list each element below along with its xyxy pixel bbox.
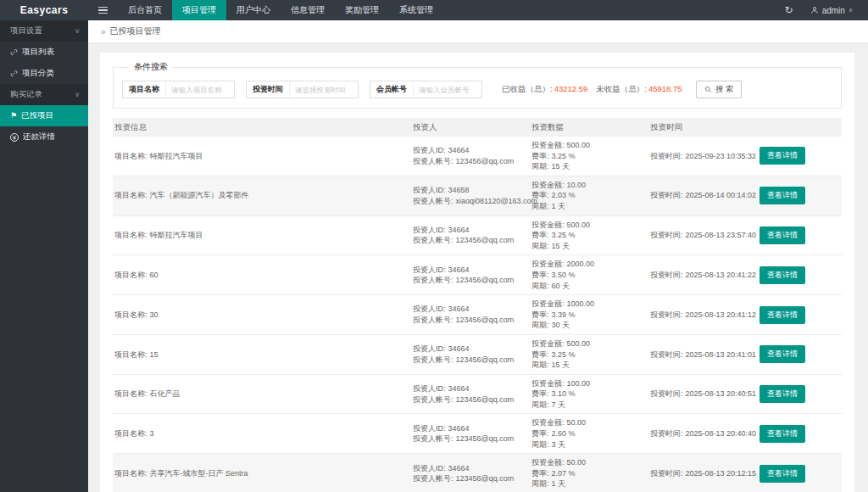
view-detail-button[interactable]: 查看详情 — [760, 266, 805, 284]
cell-investor: 投资人ID:34664 投资人帐号:123456@qq.com — [411, 261, 530, 289]
cell-invest-time: 投资时间:2025-08-13 20:40:40 — [648, 425, 760, 443]
nav-item-system[interactable]: 系统管理 — [389, 0, 443, 20]
cell-project-name: 项目名称:特斯拉汽车项目 — [113, 148, 411, 165]
member-account-label: 会员帐号 — [370, 81, 414, 98]
cell-invest-data: 投资金额:50.00 费率:2.07 % 周期:1 天 — [530, 454, 648, 492]
table-row: 项目名称:60 投资人ID:34664 投资人帐号:123456@qq.com … — [113, 255, 842, 295]
breadcrumb-current: 已投项目管理 — [110, 25, 161, 37]
sidebar: 项目设置 ∨ 项目列表 项目分类 购买记录 ∨ ⚑ 已投项目 ¥ 还款详情 — [0, 20, 88, 492]
view-detail-button[interactable]: 查看详情 — [760, 465, 805, 483]
col-invest-info: 投资信息 — [113, 122, 411, 133]
cell-invest-data: 投资金额:10.00 费率:2.03 % 周期:1 天 — [530, 176, 648, 215]
earned-total: 已收益（总）:43212.59 — [502, 84, 587, 95]
member-account-input[interactable] — [414, 81, 481, 98]
sidebar-item-invested-projects[interactable]: ⚑ 已投项目 — [0, 105, 88, 126]
cell-invest-data: 投资金额:2000.00 费率:3.50 % 周期:60 天 — [530, 255, 648, 294]
chevron-down-icon: ∨ — [75, 27, 80, 35]
table-row: 项目名称:共享汽车-城市型-日产 Sentra 投资人ID:34664 投资人帐… — [113, 454, 842, 492]
cell-invest-data: 投资金额:100.00 费率:3.10 % 周期:7 天 — [530, 375, 648, 414]
table-row: 项目名称:30 投资人ID:34664 投资人帐号:123456@qq.com … — [113, 295, 842, 335]
member-account-field-group: 会员帐号 — [370, 81, 482, 98]
col-investor: 投资人 — [411, 122, 530, 133]
search-panel: 条件搜索 项目名称 投资时间 会员帐号 已收益（总）:43212.59 — [113, 61, 842, 109]
unearned-total: 未收益（总）:45918.75 — [596, 84, 682, 95]
cell-investor: 投资人ID:34664 投资人帐号:123456@qq.com — [411, 340, 530, 368]
cell-investor: 投资人ID:34664 投资人帐号:123456@qq.com — [411, 142, 530, 170]
cell-project-name: 项目名称:共享汽车-城市型-日产 Sentra — [113, 465, 411, 483]
sidebar-group-project-settings[interactable]: 项目设置 ∨ — [0, 20, 88, 42]
unearned-total-value: 45918.75 — [648, 84, 682, 93]
nav-item-projects[interactable]: 项目管理 — [172, 0, 226, 20]
nav-item-rewards[interactable]: 奖励管理 — [335, 0, 389, 20]
table-row: 项目名称:特斯拉汽车项目 投资人ID:34664 投资人帐号:123456@qq… — [113, 216, 842, 256]
project-name-field-group: 项目名称 — [122, 81, 235, 98]
link-icon — [10, 70, 18, 77]
cell-invest-time: 投资时间:2025-08-13 20:41:01 — [648, 346, 760, 364]
user-menu[interactable]: admin ∧ — [810, 6, 853, 15]
main-content: 条件搜索 项目名称 投资时间 会员帐号 已收益（总）:43212.59 — [88, 44, 868, 492]
rmb-icon: ¥ — [10, 133, 19, 142]
cell-invest-time: 投资时间:2025-08-13 20:41:22 — [648, 266, 760, 284]
cell-invest-data: 投资金额:50.00 费率:2.60 % 周期:3 天 — [530, 414, 648, 453]
cell-investor: 投资人ID:34664 投资人帐号:123456@qq.com — [411, 420, 530, 448]
cell-project-name: 项目名称:特斯拉汽车项目 — [113, 226, 411, 244]
person-icon — [810, 6, 819, 14]
table-row: 项目名称:汽车（新能源汽车）及零部件 投资人ID:34658 投资人帐号:xia… — [113, 176, 842, 216]
cell-project-name: 项目名称:30 — [113, 306, 411, 324]
view-detail-button[interactable]: 查看详情 — [760, 345, 805, 363]
sidebar-item-project-list[interactable]: 项目列表 — [0, 42, 88, 63]
search-button[interactable]: 搜 索 — [696, 81, 743, 98]
cell-project-name: 项目名称:3 — [113, 425, 411, 443]
username: admin — [822, 6, 845, 15]
sidebar-item-repayment-details[interactable]: ¥ 还款详情 — [0, 126, 88, 148]
nav-item-dashboard[interactable]: 后台首页 — [118, 0, 172, 20]
view-detail-button[interactable]: 查看详情 — [760, 187, 805, 204]
invest-time-label: 投资时间 — [247, 81, 290, 98]
cell-investor: 投资人ID:34658 投资人帐号:xiaoqi081120@163.com — [411, 182, 530, 210]
earned-total-value: 43212.59 — [554, 84, 588, 93]
brand-logo: Easycars — [0, 0, 88, 20]
cell-invest-data: 投资金额:500.00 费率:3.25 % 周期:15 天 — [530, 335, 648, 374]
cell-invest-time: 投资时间:2025-08-13 20:40:51 — [648, 385, 760, 403]
cell-project-name: 项目名称:15 — [113, 346, 411, 364]
table-row: 项目名称:特斯拉汽车项目 投资人ID:34664 投资人帐号:123456@qq… — [113, 137, 842, 176]
view-detail-button[interactable]: 查看详情 — [760, 147, 805, 165]
hamburger-menu-icon[interactable] — [88, 0, 118, 20]
view-detail-button[interactable]: 查看详情 — [760, 425, 805, 443]
table-row: 项目名称:3 投资人ID:34664 投资人帐号:123456@qq.com 投… — [113, 414, 842, 454]
breadcrumb-separator: » — [101, 27, 106, 36]
sidebar-item-project-category[interactable]: 项目分类 — [0, 63, 88, 84]
search-panel-title: 条件搜索 — [129, 61, 173, 73]
cell-investor: 投资人ID:34664 投资人帐号:123456@qq.com — [411, 300, 530, 328]
cell-project-name: 项目名称:石化产品 — [113, 385, 411, 403]
sidebar-group-purchase-records[interactable]: 购买记录 ∨ — [0, 84, 88, 105]
cell-project-name: 项目名称:汽车（新能源汽车）及零部件 — [113, 187, 411, 204]
table-row: 项目名称:15 投资人ID:34664 投资人帐号:123456@qq.com … — [113, 335, 842, 375]
cell-invest-data: 投资金额:1000.00 费率:3.39 % 周期:30 天 — [530, 295, 648, 334]
refresh-icon[interactable]: ↻ — [785, 5, 793, 15]
cell-invest-time: 投资时间:2025-08-13 20:12:15 — [648, 465, 760, 483]
view-detail-button[interactable]: 查看详情 — [760, 385, 805, 403]
project-name-label: 项目名称 — [123, 81, 166, 98]
invest-time-field-group: 投资时间 — [246, 81, 359, 98]
search-icon — [704, 86, 712, 93]
cell-invest-time: 投资时间:2025-08-13 23:57:40 — [648, 226, 760, 244]
invest-time-input[interactable] — [290, 81, 358, 98]
project-name-input[interactable] — [166, 81, 234, 98]
cell-investor: 投资人ID:34664 投资人帐号:123456@qq.com — [411, 380, 530, 408]
nav-item-info[interactable]: 信息管理 — [281, 0, 335, 20]
nav-item-users[interactable]: 用户中心 — [226, 0, 281, 20]
cell-investor: 投资人ID:34664 投资人帐号:123456@qq.com — [411, 460, 530, 488]
view-detail-button[interactable]: 查看详情 — [760, 306, 805, 324]
topbar-right: ↻ admin ∧ — [785, 0, 868, 20]
view-detail-button[interactable]: 查看详情 — [760, 226, 805, 244]
top-bar: Easycars 后台首页 项目管理 用户中心 信息管理 奖励管理 系统管理 ↻… — [0, 0, 868, 20]
link-icon — [10, 48, 18, 56]
chevron-down-icon: ∨ — [75, 91, 80, 98]
content-card: 条件搜索 项目名称 投资时间 会员帐号 已收益（总）:43212.59 — [100, 53, 854, 492]
cell-invest-data: 投资金额:500.00 费率:3.25 % 周期:15 天 — [530, 137, 648, 176]
table-body: 项目名称:特斯拉汽车项目 投资人ID:34664 投资人帐号:123456@qq… — [113, 137, 842, 492]
col-invest-data: 投资数据 — [530, 122, 648, 133]
invested-projects-table: 投资信息 投资人 投资数据 投资时间 项目名称:特斯拉汽车项目 投资人ID:34… — [113, 118, 842, 492]
flag-icon: ⚑ — [10, 112, 17, 120]
